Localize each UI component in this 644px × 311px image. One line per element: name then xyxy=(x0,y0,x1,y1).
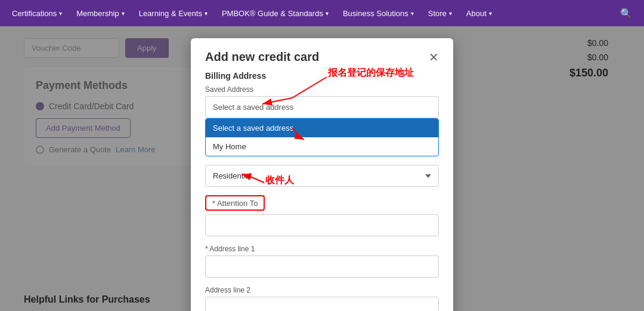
address-line1-label: * Address line 1 xyxy=(205,245,439,253)
modal-header: Add new credit card ✕ xyxy=(191,38,453,71)
address-line2-group: Address line 2 xyxy=(205,286,439,311)
top-navigation: Certifications ▾ Membership ▾ Learning &… xyxy=(0,0,644,26)
modal-close-button[interactable]: ✕ xyxy=(429,51,439,63)
chevron-down-icon: ▾ xyxy=(449,10,452,17)
nav-about[interactable]: About ▾ xyxy=(466,9,492,18)
saved-address-display[interactable]: Select a saved address xyxy=(206,97,438,118)
nav-certifications[interactable]: Certifications ▾ xyxy=(12,9,62,18)
chevron-down-icon: ▾ xyxy=(489,10,492,17)
nav-store[interactable]: Store ▾ xyxy=(428,9,452,18)
add-credit-card-modal: Add new credit card ✕ Billing Address Sa… xyxy=(191,38,453,311)
address-type-select[interactable]: Residential xyxy=(205,165,439,187)
modal-body: Saved Address Select a saved address Sel… xyxy=(191,85,453,311)
dropdown-option-my-home[interactable]: My Home xyxy=(206,137,438,156)
address-line2-label: Address line 2 xyxy=(205,286,439,294)
saved-address-label: Saved Address xyxy=(205,85,439,94)
attention-to-input[interactable] xyxy=(205,214,439,236)
nav-learning-events[interactable]: Learning & Events ▾ xyxy=(139,9,208,18)
billing-address-section-title: Billing Address xyxy=(191,71,453,85)
search-icon[interactable]: 🔍 xyxy=(620,8,632,19)
chevron-down-icon: ▾ xyxy=(122,10,125,17)
chevron-down-icon: ▾ xyxy=(59,10,62,17)
saved-address-dropdown[interactable]: Select a saved address My Home xyxy=(205,118,439,156)
saved-address-container: Select a saved address xyxy=(205,96,439,118)
address-type-group: Residential xyxy=(205,165,439,187)
chevron-down-icon: ▾ xyxy=(326,10,329,17)
nav-membership[interactable]: Membership ▾ xyxy=(76,9,125,18)
address-line1-input[interactable] xyxy=(205,255,439,278)
nav-pmbok[interactable]: PMBOK® Guide & Standards ▾ xyxy=(222,9,329,18)
page-background: Apply Payment Methods Credit Card/Debit … xyxy=(0,26,644,311)
attention-to-group: * Attention To xyxy=(205,195,439,236)
modal-title: Add new credit card xyxy=(205,50,319,64)
address-line2-input[interactable] xyxy=(205,297,439,311)
attention-to-label-box: * Attention To xyxy=(205,195,265,211)
attention-to-label: * Attention To xyxy=(210,198,260,209)
chevron-down-icon: ▾ xyxy=(205,10,208,17)
saved-address-group: Saved Address Select a saved address Sel… xyxy=(205,85,439,156)
dropdown-option-select[interactable]: Select a saved address xyxy=(206,119,438,137)
nav-business-solutions[interactable]: Business Solutions ▾ xyxy=(343,9,414,18)
address-line1-group: * Address line 1 xyxy=(205,245,439,278)
chevron-down-icon: ▾ xyxy=(411,10,414,17)
